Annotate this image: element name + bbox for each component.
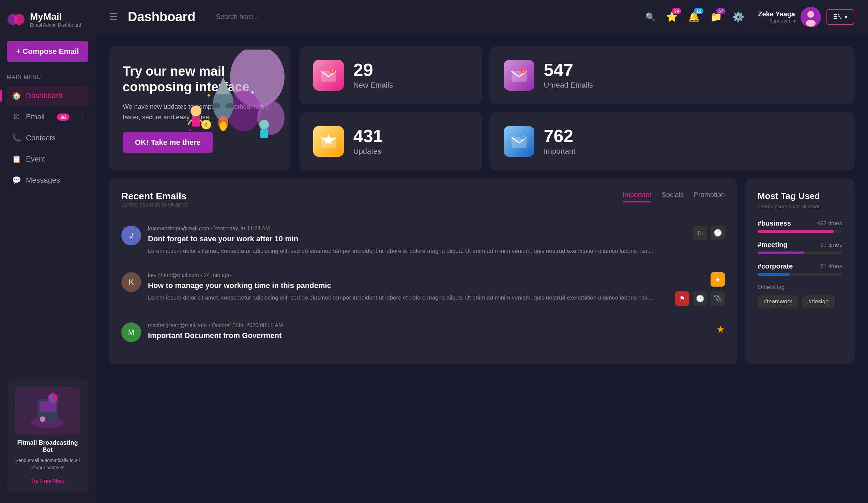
email-item-1: J joannahsitepu@mail.com • Yesterday, at… (121, 217, 725, 264)
email-separator-3: • (208, 322, 211, 328)
clock-button-1[interactable]: 🕐 (711, 226, 725, 240)
email-avatar-2: K (121, 272, 141, 292)
email-separator-1: • (210, 226, 214, 232)
sidebar-item-messages[interactable]: 💬 Messages (7, 171, 88, 190)
tag-chip-teamwork[interactable]: #teamwork (757, 296, 798, 308)
svg-marker-21 (216, 77, 230, 94)
svg-text:✦: ✦ (250, 90, 255, 95)
svg-text:✦: ✦ (206, 92, 211, 99)
email-separator-2: • (200, 272, 204, 278)
email-from-3: machelgreen@mail.com (148, 322, 207, 328)
email-icon: ✉ (12, 112, 21, 121)
sidebar-item-dashboard[interactable]: 🏠 Dashboard (7, 86, 88, 106)
notifications-icon-wrap[interactable]: 🔔 12 (688, 11, 700, 22)
sidebar-item-contacts[interactable]: 📞 Contacts (7, 128, 88, 148)
recent-emails-subtitle: Lorem ipsum dolor sit amet (121, 202, 187, 208)
logo-icon (7, 10, 25, 29)
settings-icon-wrap[interactable]: ⚙️ (732, 11, 744, 22)
svg-text:●: ● (189, 128, 192, 133)
header-icons: ⭐ 38 🔔 12 📁 67 ⚙️ (666, 11, 744, 22)
tab-promotion[interactable]: Promotion (694, 191, 725, 203)
sidebar-item-event[interactable]: 📋 Event › (7, 149, 88, 169)
email-subject-3: Important Document from Goverment (148, 331, 710, 340)
language-button[interactable]: EN ▾ (826, 9, 854, 25)
sidebar: MyMail Email Admin Dashboard + Compose E… (0, 0, 95, 503)
sidebar-nav: 🏠 Dashboard ✉ Email 38 › 📞 Contacts 📋 Ev… (7, 86, 88, 192)
email-badge: 38 (57, 113, 70, 121)
email-item-3: M machelgreen@mail.com • October 25th, 2… (121, 314, 725, 352)
tag-row-corporate: #corporate 61 times (757, 263, 842, 270)
email-from-2: kevinhard@mail.com (148, 272, 199, 278)
star-icon-3[interactable]: ★ (716, 324, 725, 335)
svg-point-10 (806, 20, 816, 27)
tag-item-meeting: #meeting 97 times (757, 241, 842, 254)
email-avatar-3: M (121, 322, 141, 342)
flag-button-2[interactable]: ⚑ (675, 291, 690, 306)
archive-button-1[interactable]: ⊡ (693, 226, 707, 240)
email-content-3: machelgreen@mail.com • October 25th, 202… (148, 322, 710, 343)
event-icon: 📋 (12, 155, 21, 164)
hamburger-icon[interactable]: ☰ (109, 11, 117, 22)
tab-important[interactable]: Important (623, 191, 651, 203)
search-input[interactable] (216, 13, 641, 21)
favorites-icon-wrap[interactable]: ⭐ 38 (666, 11, 678, 22)
email-meta-1: joannahsitepu@mail.com • Yesterday, at 1… (148, 226, 686, 232)
sidebar-item-email[interactable]: ✉ Email 38 › (7, 107, 88, 127)
tag-count-corporate: 61 times (820, 263, 842, 270)
updates-icon-wrap (313, 126, 344, 157)
compose-button[interactable]: + Compose Email (7, 41, 88, 62)
new-emails-icon-wrap: ! (313, 60, 344, 91)
star-badge: 38 (672, 8, 681, 14)
folder-icon-wrap[interactable]: 📁 67 (710, 11, 722, 22)
svg-point-30 (259, 120, 269, 130)
attach-button-2[interactable]: 📎 (711, 291, 725, 306)
svg-point-26 (190, 106, 202, 116)
lang-label: EN (833, 13, 842, 20)
email-actions-2: ★ ⚑ 🕐 📎 (675, 272, 725, 306)
chevron-right-icon: › (82, 156, 83, 162)
messages-icon: 💬 (12, 176, 21, 185)
svg-rect-4 (40, 401, 56, 412)
promo-cta-link[interactable]: Try Free Now (30, 478, 64, 484)
user-area: Zeke Yeaga Superadmin EN ▾ (758, 7, 854, 27)
svg-point-7 (40, 417, 45, 422)
svg-text:!: ! (523, 68, 524, 73)
star-button-2[interactable]: ★ (711, 272, 725, 287)
app-name: MyMail (30, 11, 81, 22)
tag-chip-design[interactable]: #design (802, 296, 835, 308)
sidebar-item-label: Email (26, 112, 45, 121)
home-icon: 🏠 (12, 91, 21, 100)
avatar[interactable] (800, 7, 821, 27)
unread-emails-value: 547 (544, 61, 593, 79)
tag-row-business: #business 452 times (757, 219, 842, 227)
unread-emails-info: 547 Unread Emails (544, 61, 593, 90)
svg-line-28 (188, 120, 192, 125)
stat-card-unread-emails: ! 547 Unread Emails (490, 47, 855, 104)
tab-socials[interactable]: Socials (661, 191, 683, 203)
svg-point-9 (807, 11, 814, 18)
svg-point-25 (220, 122, 227, 131)
dashboard-body: ! 29 New Emails ! (95, 34, 868, 503)
promo-description: Send email automatically to all of your … (15, 457, 80, 471)
search-area: 🔍 (216, 12, 656, 22)
unread-emails-label: Unread Emails (544, 81, 593, 90)
svg-text:!: ! (332, 68, 333, 73)
promo-banner-card: Try our new mail composing interface We … (109, 47, 291, 171)
search-icon[interactable]: 🔍 (645, 12, 656, 22)
main-content: ☰ Dashboard 🔍 ⭐ 38 🔔 12 📁 67 (95, 0, 868, 503)
email-from-1: joannahsitepu@mail.com (148, 226, 209, 232)
tag-name-meeting: #meeting (757, 241, 788, 249)
tag-bar-corporate (757, 273, 842, 276)
header: ☰ Dashboard 🔍 ⭐ 38 🔔 12 📁 67 (95, 0, 868, 34)
svg-text:👤: 👤 (48, 395, 54, 401)
gear-icon: ⚙️ (732, 12, 744, 22)
tag-row-meeting: #meeting 97 times (757, 241, 842, 249)
sidebar-item-label: Dashboard (26, 91, 63, 100)
tag-item-business: #business 452 times (757, 219, 842, 233)
svg-rect-27 (192, 116, 200, 127)
tag-bar-fill-business (757, 230, 834, 233)
logo-area: MyMail Email Admin Dashboard (7, 10, 88, 29)
tag-name-business: #business (757, 219, 791, 227)
email-action-row-2: ⚑ 🕐 📎 (675, 291, 725, 306)
clock-button-2[interactable]: 🕐 (693, 291, 707, 306)
